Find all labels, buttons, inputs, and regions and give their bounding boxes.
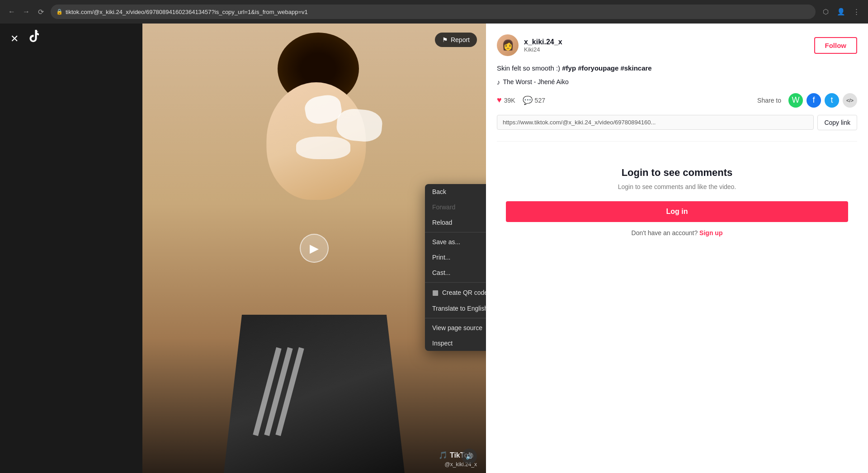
share-whatsapp-button[interactable]: W <box>788 93 803 108</box>
follow-button[interactable]: Follow <box>814 37 858 54</box>
music-note-icon: ♪ <box>497 78 500 86</box>
display-name: Kiki24 <box>524 46 809 53</box>
main-container: ✕ ▶ ⚑ Report <box>0 24 868 473</box>
caption: Skin felt so smooth :) #fyp #foryoupage … <box>497 63 857 74</box>
signup-text: Don't have an account? <box>632 229 698 236</box>
mask-patch-3 <box>296 137 350 159</box>
context-menu-divider-2 <box>425 282 486 283</box>
url-copy-row: https://www.tiktok.com/@x_kiki.24_x/vide… <box>497 115 857 130</box>
share-embed-button[interactable]: </> <box>843 93 857 108</box>
profile-info: x_kiki.24_x Kiki24 <box>524 38 809 53</box>
login-subtitle: Login to see comments and like the video… <box>618 183 736 190</box>
likes-stat: ♥ 39K <box>497 95 515 105</box>
comment-icon: 💬 <box>523 95 533 105</box>
whatsapp-icon: W <box>792 95 800 105</box>
url-text: tiktok.com/@x_kiki.24_x/video/6978089416… <box>66 9 308 15</box>
extensions-button[interactable]: ⬡ <box>819 5 832 18</box>
context-menu-divider-3 <box>425 318 486 318</box>
forward-button[interactable]: → <box>20 5 33 18</box>
right-panel: 👩 x_kiki.24_x Kiki24 Follow Skin felt so… <box>486 24 868 473</box>
url-display: https://www.tiktok.com/@x_kiki.24_x/vide… <box>497 115 814 130</box>
video-area: ▶ ⚑ Report 🎵 TikTok @x_kiki.24_x 🔊 Back … <box>142 24 486 473</box>
share-icons: W f t </> <box>788 93 857 108</box>
profile-button[interactable]: 👤 <box>835 5 847 18</box>
lock-icon: 🔒 <box>56 9 63 15</box>
menu-button[interactable]: ⋮ <box>850 5 863 18</box>
log-in-button[interactable]: Log in <box>506 201 848 222</box>
close-button[interactable]: ✕ <box>6 31 23 47</box>
browser-chrome: ← → ⟳ 🔒 tiktok.com/@x_kiki.24_x/video/69… <box>0 0 868 24</box>
play-icon: ▶ <box>310 241 319 255</box>
context-menu-item-cast[interactable]: Cast... <box>425 265 486 280</box>
context-menu-item-forward[interactable]: Forward Alt+Right Arrow <box>425 199 486 215</box>
context-menu: Back Alt+Left Arrow Forward Alt+Right Ar… <box>425 184 486 351</box>
next-video-button[interactable]: › <box>839 227 857 246</box>
play-button[interactable]: ▶ <box>300 234 329 263</box>
shirt-visual <box>224 315 405 473</box>
back-button[interactable]: ← <box>5 5 18 18</box>
login-section: Login to see comments Login to see comme… <box>497 149 857 463</box>
likes-count: 39K <box>504 97 515 104</box>
username[interactable]: x_kiki.24_x <box>524 38 809 46</box>
share-label: Share to <box>757 97 781 104</box>
browser-nav-buttons: ← → ⟳ <box>5 5 47 18</box>
embed-icon: </> <box>846 98 854 103</box>
signup-row: Don't have an account? Sign up <box>632 229 723 236</box>
volume-button[interactable]: 🔊 <box>462 449 477 464</box>
context-menu-item-inspect[interactable]: Inspect Ctrl+Shift+I <box>425 336 486 351</box>
comments-count: 527 <box>535 97 545 104</box>
report-icon: ⚑ <box>442 36 448 43</box>
twitter-icon: t <box>830 95 833 105</box>
copy-link-button[interactable]: Copy link <box>817 115 857 130</box>
music-info[interactable]: ♪ The Worst - Jhené Aiko <box>497 78 857 86</box>
context-menu-item-translate[interactable]: Translate to English <box>425 301 486 316</box>
comments-stat: 💬 527 <box>523 95 545 105</box>
qr-code-icon: ▦ <box>432 289 439 297</box>
avatar-image: 👩 <box>502 39 514 51</box>
avatar: 👩 <box>497 34 519 56</box>
profile-section: 👩 x_kiki.24_x Kiki24 Follow <box>497 34 857 56</box>
left-sidebar: ✕ <box>0 24 142 473</box>
report-label: Report <box>451 36 470 43</box>
signup-link[interactable]: Sign up <box>699 229 722 236</box>
stats-row: ♥ 39K 💬 527 Share to W f t </> <box>497 93 857 108</box>
context-menu-item-view-source[interactable]: View page source Ctrl+U <box>425 320 486 336</box>
address-bar[interactable]: 🔒 tiktok.com/@x_kiki.24_x/video/69780894… <box>51 5 816 19</box>
share-facebook-button[interactable]: f <box>807 93 821 108</box>
reload-button[interactable]: ⟳ <box>34 5 47 18</box>
context-menu-item-reload[interactable]: Reload Ctrl+R <box>425 215 486 230</box>
context-menu-item-save-as[interactable]: Save as... Ctrl+S <box>425 234 486 250</box>
divider <box>497 141 857 142</box>
facebook-icon: f <box>812 95 815 105</box>
report-button[interactable]: ⚑ Report <box>435 33 477 47</box>
chevron-right-icon: › <box>847 232 850 242</box>
context-menu-item-qr-code[interactable]: ▦ Create QR code for this page <box>425 284 486 301</box>
login-title: Login to see comments <box>622 167 733 179</box>
context-menu-item-back[interactable]: Back Alt+Left Arrow <box>425 184 486 199</box>
music-name: The Worst - Jhené Aiko <box>503 78 569 85</box>
context-menu-divider-1 <box>425 232 486 232</box>
share-twitter-button[interactable]: t <box>825 93 839 108</box>
heart-icon: ♥ <box>497 95 502 105</box>
browser-actions: ⬡ 👤 ⋮ <box>819 5 863 18</box>
tiktok-logo <box>26 28 42 47</box>
context-menu-item-print[interactable]: Print... Ctrl+P <box>425 250 486 265</box>
